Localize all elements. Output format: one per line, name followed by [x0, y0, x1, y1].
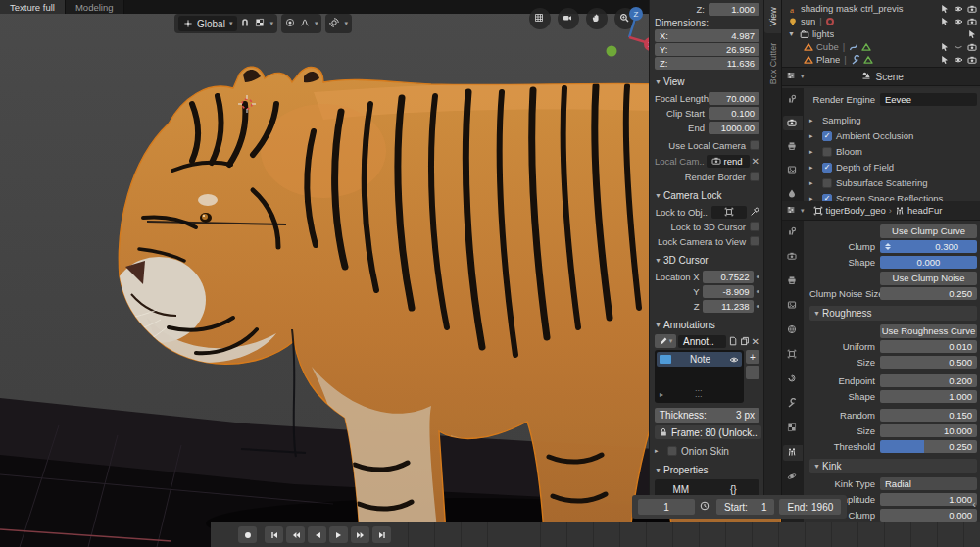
collapse-icon[interactable]: ▼: [788, 30, 797, 37]
chevron-down-icon[interactable]: ▾: [801, 73, 805, 80]
use-local-camera-checkbox[interactable]: [750, 140, 760, 150]
add-layer-button[interactable]: +: [746, 350, 760, 364]
render-visibility-icon[interactable]: [967, 42, 977, 52]
render-engine-dropdown[interactable]: Eevee: [880, 93, 977, 106]
lock-to-3d-cursor-checkbox[interactable]: [750, 222, 760, 231]
selectable-icon[interactable]: [940, 4, 950, 14]
selectable-icon[interactable]: [940, 42, 950, 52]
camera-lock-section-header[interactable]: ▼Camera Lock: [655, 188, 760, 202]
clock-icon[interactable]: [700, 501, 711, 513]
tab-tool-icon[interactable]: [783, 224, 803, 240]
roughness-endpoint-field[interactable]: 0.200: [880, 374, 977, 387]
section-bloom[interactable]: ▸Bloom: [809, 144, 977, 159]
scene-breadcrumb[interactable]: Scene: [876, 72, 904, 82]
local-camera-field[interactable]: rend: [707, 155, 750, 168]
falloff-curve-icon[interactable]: [300, 18, 312, 29]
kink-type-dropdown[interactable]: Radial: [880, 477, 977, 490]
tab-world-icon[interactable]: [783, 323, 803, 338]
camera-view-button[interactable]: [558, 8, 579, 29]
cursor-location-x-field[interactable]: 0.7522: [703, 271, 754, 283]
lock-camera-to-view-checkbox[interactable]: [750, 236, 760, 246]
use-clump-noise-button[interactable]: Use Clump Noise: [880, 272, 977, 285]
dimension-x-field[interactable]: X:4.987: [655, 29, 760, 42]
eye-icon[interactable]: [954, 17, 963, 26]
jump-to-start-button[interactable]: [265, 526, 283, 543]
expand-icon[interactable]: ▸: [660, 390, 663, 399]
next-keyframe-button[interactable]: [351, 526, 369, 543]
expand-icon[interactable]: ▸: [655, 447, 663, 455]
timeline-ticks[interactable]: [382, 522, 980, 547]
eyedropper-icon[interactable]: [750, 207, 760, 217]
tab-scene-icon[interactable]: [783, 186, 803, 201]
render-visibility-icon[interactable]: [967, 55, 977, 65]
tab-modifiers-icon[interactable]: [783, 396, 803, 412]
tab-physics-icon[interactable]: [783, 470, 803, 485]
section-subsurface-scattering[interactable]: ▸Subsurface Scattering: [809, 175, 977, 190]
breadcrumb-object-name[interactable]: tigerBody_geo: [826, 205, 886, 216]
snap-magnet-icon[interactable]: [240, 18, 252, 29]
cursor-location-y-field[interactable]: -8.909: [703, 285, 754, 298]
roughness-shape-field[interactable]: 1.000: [880, 390, 977, 403]
ambient-occlusion-checkbox[interactable]: ✓: [822, 131, 832, 141]
kink-amplitude-field[interactable]: 1.000: [880, 493, 977, 506]
mm-button[interactable]: MM: [655, 484, 708, 495]
jump-to-end-button[interactable]: [372, 526, 391, 543]
cursor-3d-section-header[interactable]: ▼3D Cursor: [655, 253, 760, 267]
chevron-down-icon[interactable]: ▾: [270, 20, 273, 27]
annotation-thickness-slider[interactable]: Thickness:3 px: [655, 408, 760, 423]
tab-particles-icon[interactable]: [783, 445, 803, 461]
bloom-checkbox[interactable]: [822, 147, 832, 157]
roughness-threshold-slider[interactable]: 0.250: [880, 440, 977, 453]
annotation-name-field[interactable]: Annot..: [678, 335, 726, 348]
properties-section-header[interactable]: ▼Properties: [655, 463, 760, 476]
onion-skin-checkbox[interactable]: [667, 446, 677, 456]
annotation-layers-list[interactable]: Note ▸⁚⁚⁚: [655, 350, 744, 403]
lock-to-object-field[interactable]: [711, 206, 747, 219]
dimension-y-field[interactable]: Y:26.950: [655, 43, 760, 56]
gizmos-icon[interactable]: [329, 18, 341, 29]
delete-annotation-button[interactable]: ✕: [752, 336, 760, 347]
kink-clump-field[interactable]: 0.000: [880, 509, 977, 522]
clump-shape-slider[interactable]: 0.000: [880, 256, 977, 269]
section-sampling[interactable]: ▸Sampling: [809, 113, 977, 127]
workspace-tab-modeling[interactable]: Modeling: [66, 0, 124, 14]
tab-texture-icon[interactable]: [783, 421, 803, 436]
tab-output-icon[interactable]: [783, 139, 803, 154]
clip-end-field[interactable]: 1000.00: [709, 122, 760, 134]
transform-orientation-dropdown[interactable]: Global ▾: [178, 16, 237, 31]
selectable-icon[interactable]: [940, 55, 950, 65]
outliner-row-cube[interactable]: Cube |: [782, 40, 980, 53]
tab-view-layer-icon[interactable]: [783, 163, 803, 177]
dimension-z-field[interactable]: Z:11.636: [655, 57, 760, 70]
render-border-checkbox[interactable]: [750, 172, 760, 181]
chevron-down-icon[interactable]: ▾: [344, 20, 348, 27]
play-button[interactable]: [329, 526, 348, 543]
roughness-random-field[interactable]: 0.150: [880, 409, 977, 422]
clear-local-camera-button[interactable]: ✕: [752, 156, 760, 167]
tab-render-icon[interactable]: [783, 249, 803, 265]
editor-type-icon[interactable]: [786, 71, 798, 82]
tab-render-icon[interactable]: [783, 116, 803, 130]
frame-start-field[interactable]: Start:1: [716, 499, 774, 515]
use-roughness-curve-button[interactable]: Use Roughness Curve: [880, 324, 977, 338]
annotation-tool-button[interactable]: ▾: [655, 334, 676, 348]
sidebar-tab-box-cutter[interactable]: Box Cutter: [764, 33, 782, 94]
tab-object-icon[interactable]: [783, 347, 803, 363]
eye-closed-icon[interactable]: [954, 42, 963, 52]
current-frame-field[interactable]: 1: [638, 499, 695, 515]
eye-icon[interactable]: [954, 4, 963, 14]
outliner-row-plane[interactable]: Plane |: [782, 53, 980, 66]
tab-tool-icon[interactable]: [783, 92, 803, 107]
depth-of-field-checkbox[interactable]: ✓: [822, 163, 832, 173]
tab-view-layer-icon[interactable]: [783, 298, 803, 314]
tab-constraints-icon[interactable]: [783, 372, 803, 387]
new-annotation-icon[interactable]: [728, 336, 738, 346]
annotation-frame-lock-button[interactable]: Frame: 80 (Unlock..: [655, 425, 761, 439]
focal-length-field[interactable]: 70.000: [709, 92, 760, 105]
tab-output-icon[interactable]: [783, 274, 803, 289]
eye-icon[interactable]: [954, 55, 963, 65]
use-clump-curve-button[interactable]: Use Clump Curve: [880, 224, 977, 238]
outliner-row-lights-collection[interactable]: ▼ lights: [782, 27, 980, 40]
render-visibility-icon[interactable]: [967, 17, 977, 26]
annotation-layer-row[interactable]: Note: [657, 352, 742, 367]
